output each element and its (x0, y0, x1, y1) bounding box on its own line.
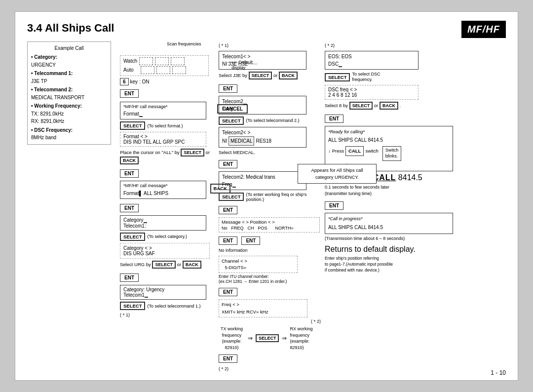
select-btn-format[interactable]: SELECT (120, 121, 145, 130)
select-dsc-row: SELECT To select DSCfrequency. (325, 72, 506, 83)
select-btn-rx[interactable]: SELECT (256, 334, 279, 342)
telecom2-medical-trans: Telecom2: Medical trans Freq (219, 171, 306, 190)
key-on-box: 6 key : ON (120, 78, 216, 85)
channel-box: Channel < > 5-DIGITS= (219, 256, 298, 274)
select-j3e-row: Select J3E by SELECT or BACK (219, 72, 323, 79)
ast2-bottom: (＊2) (219, 366, 323, 372)
ent-btn-2[interactable]: ENT (120, 169, 139, 178)
ent-btn-3[interactable]: ENT (120, 204, 139, 212)
ent-msg-row: ENT (219, 204, 323, 216)
category-label: • Category:URGENCY (31, 53, 107, 69)
ent-btn-11[interactable]: ENT (219, 354, 237, 363)
telecom1-box: Telecom1< > NI J3E H3E······· (219, 51, 306, 70)
col-mid: (＊1) Telecom1< > NI J3E H3E······· Selec… (219, 41, 325, 373)
select-telecomm2-row: SELECT (To select telecommand 2.) (219, 117, 323, 125)
call-btn[interactable]: CALL (345, 146, 364, 156)
dsc-freq-label: • DSC Frequency:8MHz band (31, 126, 107, 142)
ast1-top: (＊1) (219, 42, 323, 49)
telecomm1-label: • Telecommand 1:J3E TP (31, 70, 107, 85)
main-content: Example Call • Category:URGENCY • Teleco… (27, 41, 506, 373)
ent-btn-12[interactable]: ENT (325, 115, 343, 123)
category-box: Category Telecom1: (120, 215, 206, 231)
msg-pos-box: Message < > Position < > No FREQ CH POS … (219, 217, 320, 233)
watch-auto-box: Watch Auto ←── Default display (120, 55, 209, 76)
ent-btn-5[interactable]: ENT (219, 84, 237, 93)
call-msg-box-2: *MF/HF call message* Format▌ ALL SHIPS B… (120, 181, 206, 199)
ent-btn-7[interactable]: ENT (219, 206, 237, 214)
category-dis-urg-saf: Category < > DIS URG SAF (120, 243, 210, 259)
ent-btn-10[interactable]: ENT (219, 288, 237, 296)
col-mid-left: Scan frequencies Watch Auto (120, 41, 219, 373)
select-rx-row: TX workingfrequency(example: 82910) ⇒ SE… (219, 326, 323, 351)
transmission-note: (Transmission time about 6 – 8 seconds) (325, 236, 506, 241)
select-8-row: Select 8 by SELECT or BACK . (325, 102, 506, 110)
select-btn-telecomm2[interactable]: SELECT (219, 117, 244, 125)
example-call-box: Example Call • Category:URGENCY • Teleco… (27, 41, 111, 145)
call-msg-area: *MF/HF call message* Format CANCEL (120, 102, 216, 120)
freq-val-box: Freq < > XMIT= kHz RCV= kHz (219, 299, 307, 317)
ent-btn-9[interactable]: ENT (241, 236, 260, 245)
select-format-row: SELECT (To select format.) (120, 121, 216, 130)
category-urgency-box: Category: Urgency Telecom1 (120, 285, 206, 300)
select-btn-telecomm1[interactable]: SELECT (120, 302, 145, 310)
ent-btn-1[interactable]: ENT (120, 89, 139, 98)
scan-label: Scan frequencies (167, 41, 201, 46)
working-freq-label: • Working Frequency: TX: 8291.0kHz RX: 8… (31, 102, 107, 125)
place-cursor-instruction: Place the cursor on "ALL" by SELECT or B… (120, 149, 216, 164)
ast1-bottom: (＊1) (120, 312, 216, 318)
mfhf-badge: MF/HF (461, 21, 506, 38)
select-btn-dsc[interactable]: SELECT (325, 73, 350, 81)
timing-note: 0.1 seconds to few seconds later(transmi… (325, 184, 506, 196)
scan-area: Scan frequencies (120, 41, 216, 51)
col-left: Example Call • Category:URGENCY • Teleco… (27, 41, 120, 373)
select-medical-row: Select MEDICAL. (219, 150, 323, 155)
ast2-mid: (＊2) (219, 318, 323, 325)
format-box: Format < > DIS IND TEL ALL GRP SPC (120, 132, 206, 147)
ent-btn-4[interactable]: ENT (120, 274, 139, 282)
enter-itu-label: Enter ITU channel number: (ex.CH 1281 → … (219, 274, 298, 284)
dsc-freq-box: DSC freq < > 2 4 6 8 12 16 (325, 85, 419, 100)
telecomm2-label: • Telecommand 2:MEDICAL TRANSPORT (31, 86, 107, 101)
page-title: 3.4 All Ships Call (27, 22, 506, 35)
page-number: 1 - 10 (491, 369, 506, 376)
select-telecomm1-row: SELECT (To select telecommand 1.) (120, 302, 216, 310)
select-btn-cat[interactable]: SELECT (120, 233, 145, 241)
ent-btn-13[interactable]: ENT (325, 201, 343, 210)
returns-default-label: Returns to default display. (325, 245, 506, 254)
example-call-title: Example Call (31, 44, 107, 52)
col-right: (＊2) EOS: EOS DSC SELECT To select DSCfr… (325, 41, 506, 373)
select-btn-freq[interactable]: SELECT (219, 193, 244, 201)
no-information-label: No information (219, 248, 323, 253)
enter-ship-pos: Enter ship's position referringto page1-… (325, 256, 453, 274)
ent-btn-6[interactable]: ENT (219, 160, 237, 168)
telecom2-freq-box: Telecom2 Freq: (219, 96, 306, 115)
eos-box: EOS: EOS DSC (325, 51, 419, 70)
telecom2-ni-medical: Telecom2< > NI MEDICAL RES18 (219, 127, 306, 148)
ent-btn-8[interactable]: ENT (219, 236, 237, 245)
appears-box: Appears for All Ships call category URGE… (298, 164, 377, 184)
select-category-row: SELECT (To select category.) (120, 233, 216, 241)
medical-highlight: MEDICAL (228, 136, 254, 146)
page: 3.4 All Ships Call MF/HF Example Call • … (15, 11, 518, 381)
right-ast2-top: (＊2) (325, 42, 506, 49)
call-msg-box-1: *MF/HF call message* Format (120, 102, 206, 120)
select-urg-instruction: Select URG by SELECT or BACK. (120, 261, 216, 269)
select-working-freq-row: SELECT (To enter working freq or ship's … (219, 192, 323, 202)
progress-box: *Call in progress* ALL SHIPS CALL 8414.5 (325, 213, 453, 234)
